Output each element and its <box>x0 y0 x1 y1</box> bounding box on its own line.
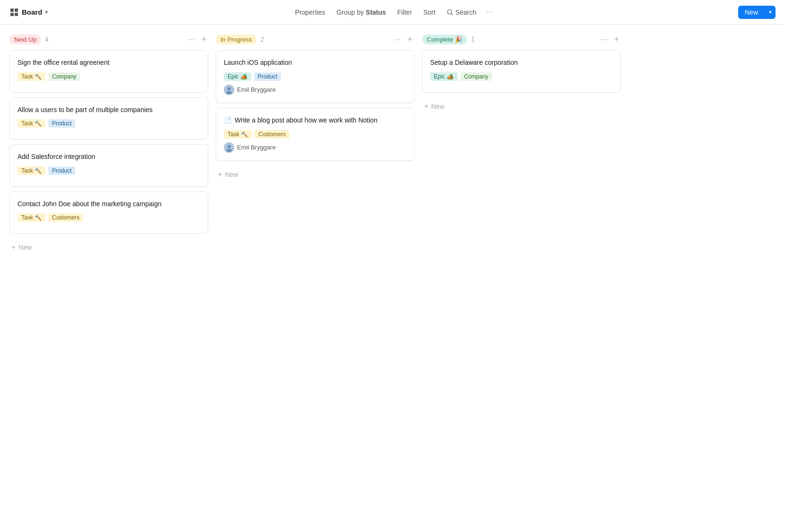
card-card-1[interactable]: Sign the office rental agreenentTask 🔨Co… <box>9 50 208 93</box>
svg-point-8 <box>226 91 232 94</box>
svg-point-10 <box>228 145 231 148</box>
column-add-in-progress[interactable]: + <box>406 34 415 44</box>
tag-card-7-1[interactable]: Company <box>460 72 492 81</box>
column-more-next-up[interactable]: ··· <box>185 34 196 44</box>
tag-card-2-0[interactable]: Task 🔨 <box>18 119 45 128</box>
card-title-card-7: Setup a Delaware corporation <box>430 58 613 68</box>
tag-card-1-0[interactable]: Task 🔨 <box>18 72 45 81</box>
card-tags-card-2: Task 🔨Product <box>18 119 200 128</box>
avatar <box>224 85 234 95</box>
card-card-5[interactable]: Launch iOS applicationEpic 🏕️Product Emi… <box>216 50 415 103</box>
nav-more-options[interactable]: ··· <box>484 5 495 19</box>
add-new-next-up[interactable]: +New <box>9 240 208 254</box>
tag-card-7-0[interactable]: Epic 🏕️ <box>430 72 458 81</box>
assignee-name-card-5: Emil Bryggare <box>237 86 276 93</box>
nav-filter[interactable]: Filter <box>394 7 416 18</box>
card-title-card-1: Sign the office rental agreenent <box>18 58 200 68</box>
svg-line-5 <box>451 13 453 15</box>
plus-icon: + <box>11 243 16 252</box>
tag-card-5-1[interactable]: Product <box>254 72 281 81</box>
card-card-4[interactable]: Contact John Doe about the marketing cam… <box>9 192 208 234</box>
column-actions-next-up: ···+ <box>185 34 208 44</box>
search-icon <box>447 9 453 16</box>
nav-properties[interactable]: Properties <box>291 7 329 18</box>
column-add-complete[interactable]: + <box>612 34 621 44</box>
card-icon-card-6: 📄 <box>224 116 232 124</box>
svg-rect-0 <box>10 9 14 12</box>
add-new-complete[interactable]: +New <box>422 99 621 113</box>
svg-point-7 <box>228 87 231 90</box>
board-label: Board <box>22 8 42 16</box>
svg-rect-3 <box>15 13 18 16</box>
add-new-label: New <box>431 103 444 110</box>
column-header-next-up: Next Up4···+ <box>9 34 208 44</box>
tag-card-3-0[interactable]: Task 🔨 <box>18 166 45 175</box>
column-badge-complete: Complete 🎉 <box>422 35 467 44</box>
column-next-up: Next Up4···+Sign the office rental agree… <box>9 34 208 254</box>
tag-card-4-1[interactable]: Customers <box>48 213 83 222</box>
add-new-in-progress[interactable]: +New <box>216 167 415 182</box>
card-card-6[interactable]: 📄Write a blog post about how we work wit… <box>216 108 415 161</box>
column-header-complete: Complete 🎉1···+ <box>422 34 621 44</box>
column-count-in-progress: 2 <box>260 35 264 43</box>
new-button-label: New <box>738 6 765 19</box>
header-nav: Properties Group by Status Filter Sort S… <box>59 5 727 19</box>
svg-rect-1 <box>15 9 18 12</box>
tag-card-3-1[interactable]: Product <box>48 166 75 175</box>
card-title-card-5: Launch iOS application <box>224 58 406 68</box>
card-card-7[interactable]: Setup a Delaware corporationEpic 🏕️Compa… <box>422 50 621 93</box>
header: Board ▾ Properties Group by Status Filte… <box>0 0 785 25</box>
new-button[interactable]: New ▾ <box>738 6 776 19</box>
card-tags-card-6: Task 🔨Customers <box>224 130 406 139</box>
card-tags-card-7: Epic 🏕️Company <box>430 72 613 81</box>
new-button-chevron[interactable]: ▾ <box>765 6 776 18</box>
card-assignee-card-6: Emil Bryggare <box>224 142 406 153</box>
card-card-2[interactable]: Allow a users to be part of multiple com… <box>9 97 208 140</box>
card-title-card-2: Allow a users to be part of multiple com… <box>18 105 200 115</box>
column-count-next-up: 4 <box>45 35 49 43</box>
tag-card-4-0[interactable]: Task 🔨 <box>18 213 45 222</box>
column-actions-in-progress: ···+ <box>392 34 415 44</box>
tag-card-1-1[interactable]: Company <box>48 72 80 81</box>
nav-sort[interactable]: Sort <box>420 7 440 18</box>
assignee-name-card-6: Emil Bryggare <box>237 144 276 151</box>
card-title-card-3: Add Salesforce integration <box>18 152 200 162</box>
card-tags-card-4: Task 🔨Customers <box>18 213 200 222</box>
column-more-in-progress[interactable]: ··· <box>392 34 403 44</box>
column-complete: Complete 🎉1···+Setup a Delaware corporat… <box>422 34 621 113</box>
board: Next Up4···+Sign the office rental agree… <box>0 25 785 264</box>
column-count-complete: 1 <box>471 35 475 43</box>
card-title-card-6: 📄Write a blog post about how we work wit… <box>224 116 406 125</box>
card-title-card-4: Contact John Doe about the marketing cam… <box>18 200 200 209</box>
card-tags-card-5: Epic 🏕️Product <box>224 72 406 81</box>
tag-card-2-1[interactable]: Product <box>48 119 75 128</box>
tag-card-6-0[interactable]: Task 🔨 <box>224 130 252 139</box>
svg-rect-2 <box>10 13 14 16</box>
nav-group-by[interactable]: Group by Status <box>333 7 389 18</box>
svg-point-11 <box>226 149 232 152</box>
column-badge-next-up: Next Up <box>9 35 41 44</box>
card-tags-card-3: Task 🔨Product <box>18 166 200 175</box>
card-assignee-card-5: Emil Bryggare <box>224 85 406 95</box>
column-add-next-up[interactable]: + <box>199 34 208 44</box>
column-actions-complete: ···+ <box>598 34 621 44</box>
column-header-in-progress: In Progress2···+ <box>216 34 415 44</box>
column-in-progress: In Progress2···+Launch iOS applicationEp… <box>216 34 415 182</box>
card-card-3[interactable]: Add Salesforce integrationTask 🔨Product <box>9 144 208 187</box>
tag-card-5-0[interactable]: Epic 🏕️ <box>224 72 251 81</box>
plus-icon: + <box>424 102 428 111</box>
column-more-complete[interactable]: ··· <box>598 34 609 44</box>
plus-icon: + <box>218 170 222 179</box>
column-badge-in-progress: In Progress <box>216 35 256 44</box>
card-tags-card-1: Task 🔨Company <box>18 72 200 81</box>
add-new-label: New <box>225 171 238 178</box>
board-chevron: ▾ <box>45 9 48 16</box>
add-new-label: New <box>18 244 32 251</box>
board-title[interactable]: Board ▾ <box>9 8 48 17</box>
avatar <box>224 142 234 153</box>
header-right: New ▾ <box>738 6 776 19</box>
nav-search[interactable]: Search <box>443 7 480 18</box>
tag-card-6-1[interactable]: Customers <box>255 130 290 139</box>
board-icon <box>9 8 19 17</box>
